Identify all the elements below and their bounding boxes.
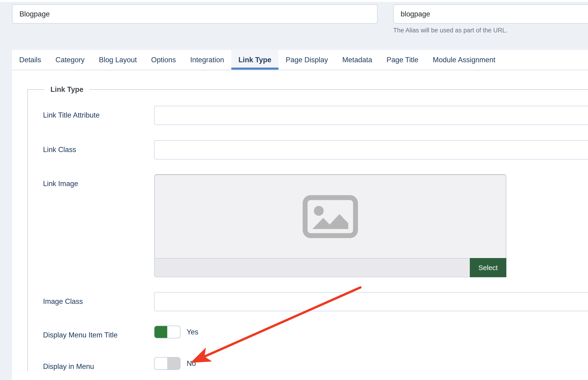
fieldset-legend: Link Type [44,84,89,95]
tab-page-display[interactable]: Page Display [278,50,335,70]
tab-category[interactable]: Category [48,50,92,70]
display-menu-item-title-toggle[interactable] [154,326,181,338]
field-row-link-title-attribute: Link Title Attribute [28,106,588,125]
top-edge-strip [0,0,588,2]
toggle-off-segment [167,358,180,369]
toggle-on-segment [154,326,167,338]
display-menu-item-title-state: Yes [187,328,199,336]
field-row-link-image: Link Image Select [28,174,588,277]
menu-item-title-input[interactable] [12,4,378,24]
tab-module-assignment[interactable]: Module Assignment [426,50,503,70]
image-class-input[interactable] [154,292,588,311]
link-title-attribute-label: Link Title Attribute [28,106,154,120]
field-row-image-class: Image Class [28,292,588,311]
tab-blog-layout[interactable]: Blog Layout [92,50,144,70]
display-in-menu-label: Display in Menu [28,357,154,371]
tab-options[interactable]: Options [144,50,183,70]
alias-input[interactable] [393,4,588,24]
tab-link-type[interactable]: Link Type [231,50,278,70]
image-select-button[interactable]: Select [470,258,506,277]
link-type-fieldset: Link Type Link Title Attribute Link Clas… [27,84,588,371]
tab-details[interactable]: Details [12,50,48,70]
tab-page-title[interactable]: Page Title [379,50,426,70]
tab-integration[interactable]: Integration [183,50,231,70]
display-in-menu-state: No [187,360,196,368]
edit-tabs: Details Category Blog Layout Options Int… [12,50,588,70]
link-type-tab-panel: Link Type Link Title Attribute Link Clas… [12,71,588,380]
display-in-menu-toggle[interactable] [154,357,181,370]
link-class-label: Link Class [28,140,154,154]
image-class-label: Image Class [28,292,154,306]
link-image-preview [154,174,506,258]
toggle-knob [154,358,167,369]
field-row-link-class: Link Class [28,140,588,159]
display-menu-item-title-label: Display Menu Item Title [28,326,154,340]
field-row-display-in-menu: Display in Menu No [28,357,588,371]
link-image-label: Link Image [28,174,154,188]
tab-metadata[interactable]: Metadata [335,50,379,70]
toggle-knob [167,326,180,338]
alias-help-text: The Alias will be used as part of the UR… [393,27,508,34]
link-image-path-input[interactable] [154,258,470,277]
menu-item-edit-page: { "header": { "title_field": { "value": … [0,0,588,380]
image-placeholder-icon [303,195,358,238]
field-row-display-menu-item-title: Display Menu Item Title Yes [28,326,588,340]
link-class-input[interactable] [154,140,588,159]
link-title-attribute-input[interactable] [154,106,588,125]
